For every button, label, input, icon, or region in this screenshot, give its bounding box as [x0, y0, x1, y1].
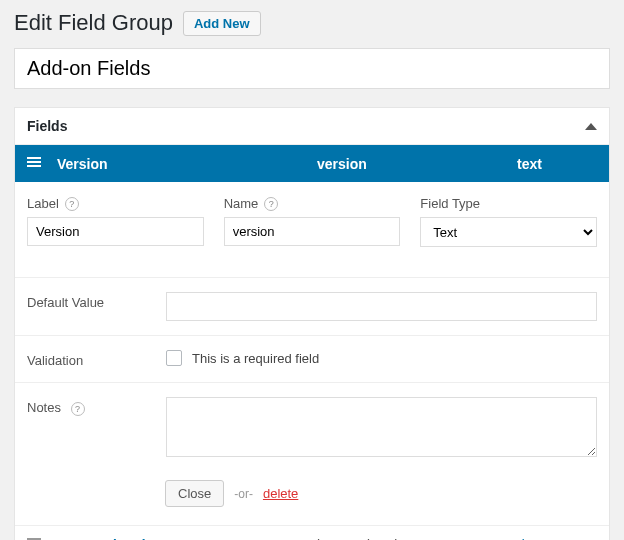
required-checkbox[interactable] [166, 350, 182, 366]
label-label: Label [27, 196, 59, 211]
field-type-label: Field Type [420, 196, 480, 211]
name-label: Name [224, 196, 259, 211]
drag-handle-icon[interactable] [27, 536, 57, 540]
field-type-select[interactable]: Text [420, 217, 597, 247]
field-label[interactable]: Last Updated [57, 537, 317, 541]
help-icon[interactable]: ? [71, 402, 85, 416]
panel-toggle-icon[interactable] [585, 123, 597, 130]
fields-panel: Fields Version version text Label ? Name… [14, 107, 610, 540]
add-new-button[interactable]: Add New [183, 11, 261, 36]
field-row[interactable]: Last Updated last_updated date [15, 525, 609, 540]
field-header-label: Version [57, 156, 317, 172]
delete-link[interactable]: delete [263, 486, 298, 501]
close-button[interactable]: Close [165, 480, 224, 507]
name-input[interactable] [224, 217, 401, 246]
field-header-name: version [317, 156, 517, 172]
validation-label: Validation [27, 350, 152, 368]
help-icon[interactable]: ? [65, 197, 79, 211]
field-type: date [517, 537, 597, 541]
drag-handle-icon[interactable] [27, 155, 57, 172]
notes-textarea[interactable] [166, 397, 597, 457]
group-title-input[interactable] [14, 48, 610, 89]
help-icon[interactable]: ? [264, 197, 278, 211]
field-header-type: text [517, 156, 597, 172]
or-text: -or- [234, 487, 253, 501]
field-name: last_updated [317, 537, 517, 541]
default-value-input[interactable] [166, 292, 597, 321]
field-row-active[interactable]: Version version text [15, 145, 609, 182]
page-title: Edit Field Group [14, 10, 173, 36]
required-checkbox-label: This is a required field [192, 351, 319, 366]
default-value-label: Default Value [27, 292, 152, 310]
notes-label: Notes [27, 400, 61, 415]
label-input[interactable] [27, 217, 204, 246]
panel-title: Fields [27, 118, 67, 134]
